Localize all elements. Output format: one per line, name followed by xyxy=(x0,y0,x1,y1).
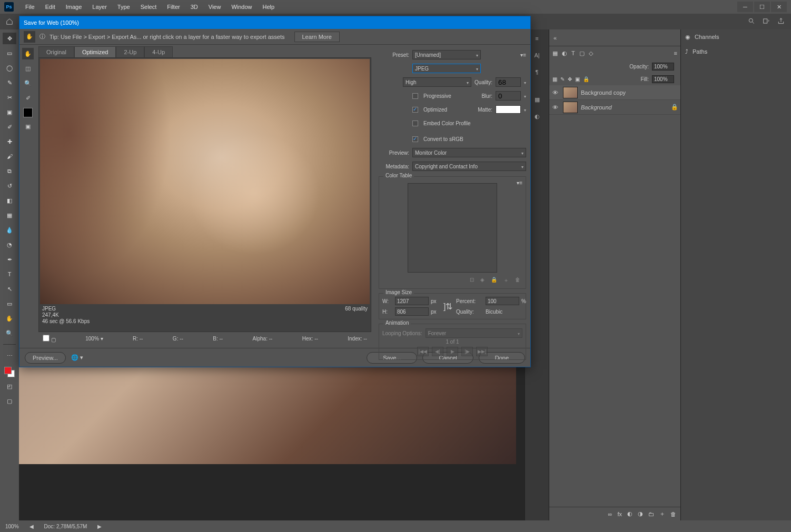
quickmask-icon[interactable]: ◰ xyxy=(3,380,16,392)
tab-4up[interactable]: 4-Up xyxy=(144,46,173,57)
width-input[interactable] xyxy=(395,297,429,305)
quality-input[interactable] xyxy=(496,77,521,87)
layer-row[interactable]: 👁 Background copy xyxy=(549,85,680,100)
hand-tool-icon[interactable]: ✋ xyxy=(22,48,34,59)
learn-more-button[interactable]: Learn More xyxy=(294,32,340,42)
brush-tool[interactable]: 🖌 xyxy=(3,150,16,162)
tab-optimized[interactable]: Optimized xyxy=(74,46,116,57)
tab-2up[interactable]: 2-Up xyxy=(116,46,144,57)
convert-srgb-checkbox[interactable] xyxy=(412,136,418,142)
hand-tool-icon[interactable]: ✋ xyxy=(24,31,35,43)
window-minimize-button[interactable]: ─ xyxy=(737,2,753,12)
frame-tool[interactable]: ▣ xyxy=(3,106,16,118)
lasso-tool[interactable]: ◯ xyxy=(3,62,16,74)
color-table-menu-icon[interactable]: ▾≡ xyxy=(517,180,522,186)
expand-arrow-icon[interactable]: « xyxy=(553,35,557,41)
menu-window[interactable]: Window xyxy=(226,2,257,12)
matte-color-swatch[interactable] xyxy=(496,105,521,114)
zoom-tool-icon[interactable]: 🔍 xyxy=(22,77,34,89)
zoom-select[interactable]: 100% xyxy=(85,336,99,342)
blur-tool[interactable]: 💧 xyxy=(3,224,16,236)
channels-tab[interactable]: Channels xyxy=(695,34,719,40)
color-swatch-icon[interactable] xyxy=(23,108,33,117)
link-layers-icon[interactable]: ∞ xyxy=(608,511,612,517)
type-tool[interactable]: T xyxy=(3,268,16,280)
zoom-tool[interactable]: 🔍 xyxy=(3,327,16,339)
color-wheel-icon[interactable]: ◉ xyxy=(685,34,690,41)
home-icon[interactable] xyxy=(3,15,16,28)
menu-image[interactable]: Image xyxy=(61,2,87,12)
chevron-down-icon[interactable] xyxy=(524,79,526,85)
zoom-readout[interactable]: 100% xyxy=(5,524,19,529)
preview-select[interactable]: Monitor Color xyxy=(412,148,526,157)
color-swatch[interactable] xyxy=(4,367,15,377)
lock-brush-icon[interactable]: ✎ xyxy=(560,76,565,82)
fx-icon[interactable]: fx xyxy=(617,511,622,517)
scroll-left-icon[interactable]: ◀ xyxy=(29,524,34,529)
height-input[interactable] xyxy=(395,307,429,316)
quality-preset-select[interactable]: High xyxy=(403,77,471,87)
eyedropper-tool[interactable]: ✐ xyxy=(3,121,16,133)
progressive-checkbox[interactable] xyxy=(412,93,418,99)
browser-preview-icon[interactable]: 🌐 ▾ xyxy=(71,354,83,361)
eyedropper-icon[interactable]: ✐ xyxy=(22,92,34,104)
menu-type[interactable]: Type xyxy=(112,2,135,12)
preview-viewport[interactable]: JPEG 247,4K 46 sec @ 56.6 Kbps 68 qualit… xyxy=(38,57,371,332)
percent-input[interactable] xyxy=(486,297,519,305)
character-panel-icon[interactable]: A| xyxy=(531,49,543,61)
optimized-checkbox[interactable] xyxy=(412,107,418,113)
filter-type-icon[interactable]: T xyxy=(571,50,575,56)
lock-trans-icon[interactable]: ▦ xyxy=(552,76,557,82)
mask-icon[interactable]: ◐ xyxy=(627,510,632,517)
filter-pixel-icon[interactable]: ▦ xyxy=(552,50,558,57)
link-dimensions-icon[interactable]: ]⇅ xyxy=(443,302,454,312)
slice-toggle-checkbox[interactable] xyxy=(43,335,50,342)
gradient-tool[interactable]: ▦ xyxy=(3,209,16,221)
filter-adjust-icon[interactable]: ◐ xyxy=(562,50,567,57)
workspace-switcher-icon[interactable] xyxy=(763,17,770,26)
dock-expand-icon[interactable]: ≡ xyxy=(531,33,543,44)
share-icon[interactable] xyxy=(777,17,785,26)
opacity-value[interactable]: 100% xyxy=(652,63,674,71)
history-brush-tool[interactable]: ↺ xyxy=(3,180,16,192)
chevron-down-icon[interactable] xyxy=(524,93,526,99)
menu-file[interactable]: File xyxy=(20,2,40,12)
lock-all-icon[interactable]: 🔒 xyxy=(583,76,589,82)
menu-edit[interactable]: Edit xyxy=(40,2,61,12)
toggle-slices-icon[interactable]: ▣ xyxy=(22,121,34,132)
metadata-select[interactable]: Copyright and Contact Info xyxy=(412,162,526,171)
paths-tab[interactable]: Paths xyxy=(693,48,707,55)
stamp-tool[interactable]: ⧉ xyxy=(3,165,16,177)
filter-shape-icon[interactable]: ▢ xyxy=(579,50,585,57)
menu-view[interactable]: View xyxy=(203,2,226,12)
move-tool[interactable]: ✥ xyxy=(3,33,16,44)
rectangle-tool[interactable]: ▭ xyxy=(3,298,16,309)
visibility-icon[interactable]: 👁 xyxy=(552,89,560,96)
screenmode-icon[interactable]: ▢ xyxy=(3,395,16,407)
menu-layer[interactable]: Layer xyxy=(87,2,112,12)
ct-cube-icon[interactable]: ◈ xyxy=(480,277,485,284)
panel-menu-icon[interactable]: ≡ xyxy=(674,50,677,56)
ct-lock-icon[interactable]: 🔒 xyxy=(491,277,497,284)
trash-icon[interactable]: 🗑 xyxy=(670,511,676,517)
filter-smart-icon[interactable]: ◇ xyxy=(589,50,593,57)
paragraph-panel-icon[interactable]: ¶ xyxy=(531,66,543,78)
layer-name[interactable]: Background xyxy=(581,104,668,111)
slice-single-icon[interactable]: ▢ xyxy=(51,337,56,343)
group-icon[interactable]: 🗀 xyxy=(648,511,654,517)
window-maximize-button[interactable]: ☐ xyxy=(754,2,770,12)
blur-input[interactable] xyxy=(496,91,521,101)
paths-icon[interactable]: ⤴ xyxy=(685,48,688,55)
ct-snap-icon[interactable]: ⊡ xyxy=(470,277,474,284)
pen-tool[interactable]: ✒ xyxy=(3,254,16,265)
menu-help[interactable]: Help xyxy=(258,2,280,12)
eraser-tool[interactable]: ◧ xyxy=(3,195,16,206)
edit-toolbar-icon[interactable]: ⋯ xyxy=(3,350,16,362)
path-select-tool[interactable]: ↖ xyxy=(3,283,16,295)
resample-select[interactable]: Bicubic xyxy=(486,309,530,315)
menu-filter[interactable]: Filter xyxy=(162,2,185,12)
dodge-tool[interactable]: ◔ xyxy=(3,239,16,250)
lock-move-icon[interactable]: ✥ xyxy=(568,76,572,82)
layer-row[interactable]: 👁 Background 🔒 xyxy=(549,100,680,115)
lock-nest-icon[interactable]: ▣ xyxy=(575,76,580,82)
